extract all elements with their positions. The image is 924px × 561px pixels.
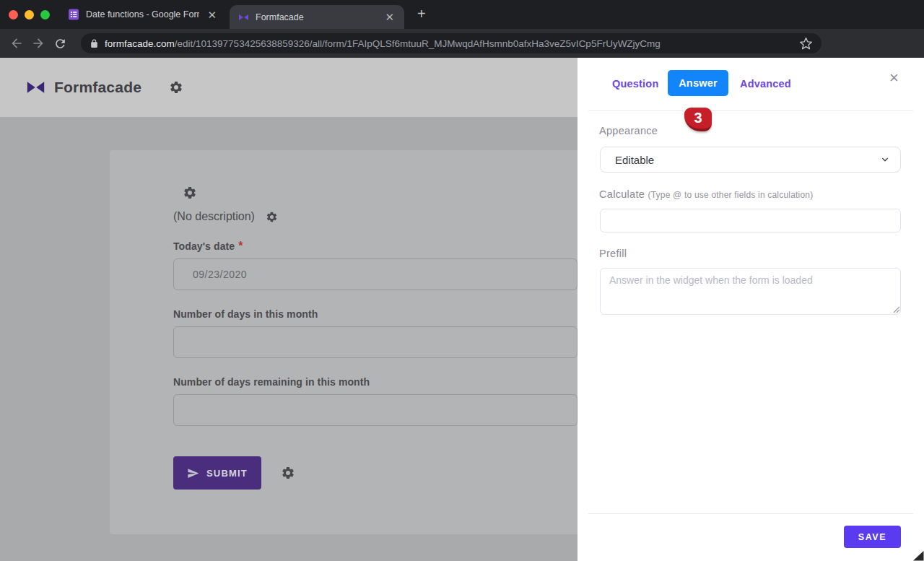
description-settings-gear-icon[interactable] [266, 211, 278, 223]
header-settings-gear-icon[interactable] [169, 80, 183, 95]
browser-toolbar: formfacade.com/edit/10139775342563885932… [0, 29, 924, 58]
url-path: /edit/101397753425638859326/all/form/1FA… [175, 38, 661, 49]
browser-tab-strip: Date functions - Google Forms ✕ Formfaca… [0, 0, 924, 29]
tab-formfacade[interactable]: Formfacade ✕ [230, 5, 404, 29]
days-remaining-input[interactable] [173, 394, 578, 426]
tab-title: Formfacade [256, 12, 377, 22]
screen: Date functions - Google Forms ✕ Formfaca… [0, 0, 924, 561]
field-label-todays-date: Today's date [173, 240, 235, 252]
submit-button-label: SUBMIT [206, 468, 248, 479]
reload-button-icon[interactable] [49, 37, 71, 51]
settings-panel: Question Answer Advanced × 3 Appearance … [578, 58, 924, 561]
forward-button-icon[interactable] [27, 36, 49, 51]
field-label-days-remaining: Number of days remaining in this month [173, 376, 370, 388]
footer-divider [588, 513, 913, 514]
mouse-cursor-icon [911, 550, 924, 561]
tab-close-icon[interactable]: ✕ [383, 12, 396, 22]
back-button-icon[interactable] [6, 36, 27, 51]
window-close-button[interactable] [9, 10, 18, 19]
form-preview-card: (No description) Today's date* Number of… [110, 150, 578, 534]
lock-icon [90, 38, 99, 49]
form-description: (No description) [173, 210, 255, 223]
appearance-label: Appearance [599, 125, 658, 136]
formfacade-favicon-icon [238, 13, 249, 22]
url-domain: formfacade.com [105, 38, 175, 49]
calculate-label: Calculate (Type @ to use other fields in… [599, 188, 813, 200]
submit-settings-gear-icon[interactable] [281, 466, 295, 480]
field-label-days-in-month: Number of days in this month [173, 308, 318, 320]
window-minimize-button[interactable] [25, 10, 34, 19]
panel-close-icon[interactable]: × [889, 70, 899, 86]
url-text: formfacade.com/edit/10139775342563885932… [105, 38, 799, 49]
todays-date-input[interactable] [173, 258, 578, 290]
calculate-hint: (Type @ to use other fields in calculati… [648, 190, 814, 200]
tabs-divider [588, 110, 913, 111]
tab-close-icon[interactable]: ✕ [206, 9, 218, 20]
tab-google-forms[interactable]: Date functions - Google Forms ✕ [59, 0, 227, 29]
appearance-value: Editable [615, 154, 880, 166]
tab-title: Date functions - Google Forms [86, 9, 199, 19]
address-bar[interactable]: formfacade.com/edit/10139775342563885932… [81, 33, 821, 53]
tab-advanced[interactable]: Advanced [740, 78, 791, 90]
submit-button[interactable]: SUBMIT [173, 456, 261, 490]
form-settings-gear-icon[interactable] [183, 186, 197, 200]
window-zoom-button[interactable] [40, 10, 50, 19]
formfacade-header: Formfacade [0, 58, 578, 117]
required-asterisk: * [238, 240, 243, 252]
new-tab-button[interactable]: + [417, 6, 426, 22]
tab-answer[interactable]: Answer [668, 70, 728, 96]
step-badge: 3 [684, 108, 712, 131]
tab-question[interactable]: Question [612, 78, 658, 90]
bookmark-star-icon[interactable] [799, 37, 813, 51]
brand-title: Formfacade [54, 79, 141, 96]
chevron-down-icon [880, 155, 890, 165]
calculate-input[interactable] [600, 209, 901, 232]
send-icon [187, 467, 199, 479]
prefill-textarea[interactable] [600, 268, 901, 315]
days-in-month-input[interactable] [173, 326, 578, 358]
appearance-select[interactable]: Editable [600, 147, 901, 173]
prefill-label: Prefill [599, 248, 627, 259]
google-forms-favicon-icon [68, 9, 79, 20]
formfacade-logo-icon[interactable] [26, 79, 45, 95]
save-button[interactable]: SAVE [844, 526, 901, 548]
